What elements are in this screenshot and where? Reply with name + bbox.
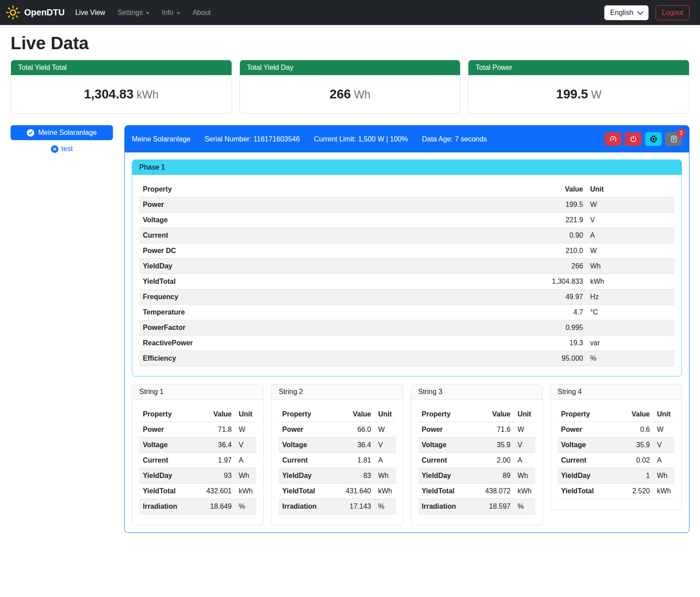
nav-item-about[interactable]: About <box>186 5 217 20</box>
value-cell: 0.6 <box>616 422 653 438</box>
value-cell: 199.5 <box>525 197 587 213</box>
column-header: Property <box>139 407 198 422</box>
nav-item-info[interactable]: Info <box>156 5 186 20</box>
card-value: 266 <box>330 87 351 101</box>
table-row: Current1.97A <box>139 453 256 468</box>
strings-row: String 1PropertyValueUnitPower71.8WVolta… <box>132 384 682 525</box>
string-card-title: String 4 <box>551 384 682 400</box>
unit-cell: V <box>235 438 256 453</box>
property-cell: Voltage <box>139 213 525 228</box>
chevron-down-icon <box>146 12 149 14</box>
power-icon <box>630 135 637 143</box>
unit-cell: % <box>375 499 396 514</box>
string-card-title: String 1 <box>132 384 263 400</box>
table-row: Efficiency95.000% <box>139 351 675 366</box>
unit-cell: A <box>587 228 675 243</box>
column-header: Unit <box>375 407 396 422</box>
device-info-button[interactable] <box>645 132 662 146</box>
inverter-panel-body: Phase 1 Property Value Unit Power199.5WV… <box>125 152 689 532</box>
brand[interactable]: OpenDTU <box>6 5 65 20</box>
unit-cell: V <box>653 438 675 453</box>
total-yield-total-card: Total Yield Total 1,304.83kWh <box>11 60 232 114</box>
table-row: ReactivePower19.3var <box>139 336 675 351</box>
property-cell: Power DC <box>139 243 525 259</box>
chevron-down-icon <box>177 12 180 14</box>
table-row: Temperature4.7°C <box>139 305 675 320</box>
column-header: Unit <box>514 407 535 422</box>
phase-table: Property Value Unit Power199.5WVoltage22… <box>139 182 675 366</box>
column-header: Property <box>139 182 525 197</box>
table-row: YieldTotal432.601kWh <box>139 484 256 499</box>
property-cell: YieldTotal <box>279 484 337 499</box>
nav-menu: Live ViewSettingsInfoAbout <box>69 5 217 20</box>
sidebar-item-meine-solaranlage[interactable]: Meine Solaranlage <box>11 125 113 140</box>
panel-actions: 2 <box>605 132 682 146</box>
card-unit: W <box>591 88 602 101</box>
column-header: Unit <box>653 407 675 422</box>
value-cell: 36.4 <box>198 438 235 453</box>
sidebar-item-test[interactable]: test <box>11 145 113 153</box>
column-header: Value <box>525 182 587 197</box>
event-log-button[interactable]: 2 <box>665 132 682 146</box>
power-button[interactable] <box>625 132 642 146</box>
value-cell: 2.520 <box>616 484 653 499</box>
table-row: Current0.02A <box>558 453 675 468</box>
property-cell: YieldDay <box>558 468 616 484</box>
unit-cell: % <box>235 499 256 514</box>
card-unit: Wh <box>354 88 370 101</box>
unit-cell: Wh <box>375 468 396 484</box>
property-cell: Voltage <box>279 438 337 453</box>
value-cell: 18.597 <box>477 499 514 514</box>
value-cell: 1.97 <box>198 453 235 468</box>
table-row: Voltage221.9V <box>139 213 675 228</box>
table-row: Power0.6W <box>558 422 675 438</box>
value-cell: 93 <box>198 468 235 484</box>
table-row: Irradiation18.597% <box>418 499 535 514</box>
table-row: Irradiation17.143% <box>279 499 395 514</box>
property-cell: Power <box>279 422 337 438</box>
unit-cell: W <box>653 422 675 438</box>
value-cell: 0.995 <box>525 320 587 336</box>
table-row: Voltage35.9V <box>418 438 535 453</box>
unit-cell: A <box>375 453 396 468</box>
string-table: PropertyValueUnitPower0.6WVoltage35.9VCu… <box>558 407 675 499</box>
unit-cell: °C <box>587 305 675 320</box>
logout-button[interactable]: Logout <box>656 5 689 20</box>
value-cell: 17.143 <box>337 499 374 514</box>
unit-cell <box>587 320 675 336</box>
value-cell: 2.00 <box>477 453 514 468</box>
nav-item-live-view[interactable]: Live View <box>69 5 111 20</box>
column-header: Value <box>337 407 374 422</box>
main-container: Live Data Total Yield Total 1,304.83kWh … <box>0 33 700 546</box>
value-cell: 71.8 <box>198 422 235 438</box>
page-title: Live Data <box>11 33 689 53</box>
unit-cell: % <box>587 351 675 366</box>
sidebar-item-label: Meine Solaranlage <box>38 129 97 137</box>
table-row: YieldDay89Wh <box>418 468 535 484</box>
unit-cell: W <box>235 422 256 438</box>
sun-logo-icon <box>6 5 20 20</box>
string-card-4: String 4PropertyValueUnitPower0.6WVoltag… <box>550 384 682 510</box>
value-cell: 66.0 <box>337 422 374 438</box>
table-row: Voltage36.4V <box>139 438 256 453</box>
property-cell: YieldDay <box>139 259 525 274</box>
column-header: Unit <box>587 182 675 197</box>
gauge-icon <box>609 135 617 143</box>
limit-settings-button[interactable] <box>605 132 621 146</box>
card-title: Total Yield Total <box>11 60 232 75</box>
card-value: 1,304.83 <box>84 87 134 101</box>
value-cell: 1,304.833 <box>525 274 587 289</box>
value-cell: 71.6 <box>477 422 514 438</box>
value-cell: 0.02 <box>616 453 653 468</box>
language-select[interactable]: English <box>604 5 649 20</box>
string-card-2: String 2PropertyValueUnitPower66.0WVolta… <box>271 384 403 525</box>
property-cell: Voltage <box>558 438 616 453</box>
unit-cell: Wh <box>235 468 256 484</box>
value-cell: 438.072 <box>477 484 514 499</box>
journal-icon <box>670 135 678 143</box>
property-cell: ReactivePower <box>139 336 525 351</box>
property-cell: Current <box>279 453 337 468</box>
nav-item-settings[interactable]: Settings <box>111 5 156 20</box>
property-cell: Voltage <box>418 438 477 453</box>
inverter-panel: Meine Solaranlage Serial Number: 1161716… <box>124 125 689 533</box>
